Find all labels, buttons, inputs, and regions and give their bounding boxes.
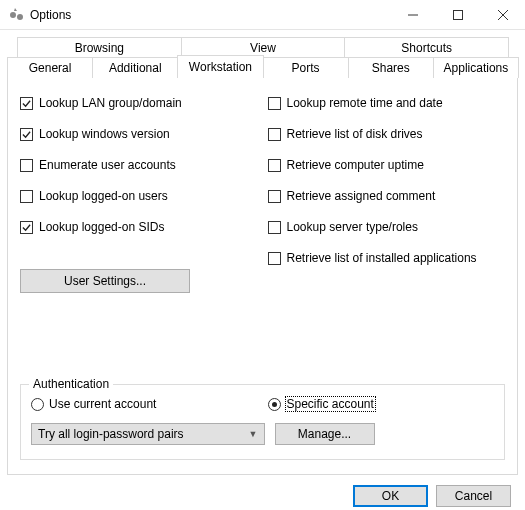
radio-specific-label: Specific account xyxy=(286,397,375,411)
chevron-down-icon: ▼ xyxy=(249,429,258,439)
checkbox-row[interactable]: Lookup server type/roles xyxy=(268,220,506,234)
checkbox[interactable] xyxy=(268,97,281,110)
checkbox[interactable] xyxy=(268,128,281,141)
manage-button[interactable]: Manage... xyxy=(275,423,375,445)
checkbox[interactable] xyxy=(20,128,33,141)
checkbox[interactable] xyxy=(20,221,33,234)
minimize-button[interactable] xyxy=(390,0,435,30)
checkbox-row[interactable]: Retrieve assigned comment xyxy=(268,189,506,203)
cancel-button[interactable]: Cancel xyxy=(436,485,511,507)
checkbox-label: Retrieve list of installed applications xyxy=(287,251,477,265)
tabs: Browsing View Shortcuts General Addition… xyxy=(7,37,518,78)
auth-legend: Authentication xyxy=(29,377,113,391)
radio-use-current-label: Use current account xyxy=(49,397,156,411)
tab-shortcuts[interactable]: Shortcuts xyxy=(344,37,509,58)
checkbox[interactable] xyxy=(268,221,281,234)
checkbox[interactable] xyxy=(268,252,281,265)
tab-panel: Lookup LAN group/domainLookup windows ve… xyxy=(7,77,518,475)
footer: OK Cancel xyxy=(7,475,518,507)
checkbox-label: Lookup LAN group/domain xyxy=(39,96,182,110)
checkbox[interactable] xyxy=(20,159,33,172)
checkbox[interactable] xyxy=(20,190,33,203)
user-settings-button[interactable]: User Settings... xyxy=(20,269,190,293)
checkbox-row[interactable]: Lookup windows version xyxy=(20,127,258,141)
checkbox-row[interactable]: Retrieve list of disk drives xyxy=(268,127,506,141)
tab-additional[interactable]: Additional xyxy=(92,57,178,78)
checkbox[interactable] xyxy=(268,190,281,203)
login-mode-combo[interactable]: Try all login-password pairs ▼ xyxy=(31,423,265,445)
checkbox-row[interactable]: Retrieve computer uptime xyxy=(268,158,506,172)
checkbox-label: Lookup server type/roles xyxy=(287,220,418,234)
tab-shares[interactable]: Shares xyxy=(348,57,434,78)
svg-rect-1 xyxy=(453,11,462,20)
checkbox-label: Retrieve computer uptime xyxy=(287,158,424,172)
checkbox-row[interactable]: Lookup logged-on SIDs xyxy=(20,220,258,234)
checkbox-label: Enumerate user accounts xyxy=(39,158,176,172)
tab-applications[interactable]: Applications xyxy=(433,57,519,78)
tab-workstation[interactable]: Workstation xyxy=(177,55,263,78)
checkbox-label: Retrieve assigned comment xyxy=(287,189,436,203)
titlebar: Options xyxy=(0,0,525,30)
checkbox-label: Retrieve list of disk drives xyxy=(287,127,423,141)
checkbox[interactable] xyxy=(20,97,33,110)
maximize-button[interactable] xyxy=(435,0,480,30)
radio-specific[interactable] xyxy=(268,398,281,411)
checkbox-label: Lookup logged-on users xyxy=(39,189,168,203)
tab-ports[interactable]: Ports xyxy=(263,57,349,78)
tab-general[interactable]: General xyxy=(7,57,93,78)
checkbox-label: Lookup windows version xyxy=(39,127,170,141)
checkbox-row[interactable]: Lookup logged-on users xyxy=(20,189,258,203)
window-controls xyxy=(390,0,525,29)
checkbox[interactable] xyxy=(268,159,281,172)
app-icon xyxy=(8,7,24,23)
checkbox-row[interactable]: Lookup LAN group/domain xyxy=(20,96,258,110)
ok-button[interactable]: OK xyxy=(353,485,428,507)
window-title: Options xyxy=(30,8,390,22)
checkbox-label: Lookup logged-on SIDs xyxy=(39,220,164,234)
checkbox-row[interactable]: Enumerate user accounts xyxy=(20,158,258,172)
close-button[interactable] xyxy=(480,0,525,30)
checkbox-label: Lookup remote time and date xyxy=(287,96,443,110)
tab-browsing[interactable]: Browsing xyxy=(17,37,182,58)
auth-group: Authentication Use current account Speci… xyxy=(20,384,505,460)
checkbox-row[interactable]: Retrieve list of installed applications xyxy=(268,251,506,265)
radio-use-current[interactable] xyxy=(31,398,44,411)
checkbox-row[interactable]: Lookup remote time and date xyxy=(268,96,506,110)
combo-value: Try all login-password pairs xyxy=(38,427,184,441)
